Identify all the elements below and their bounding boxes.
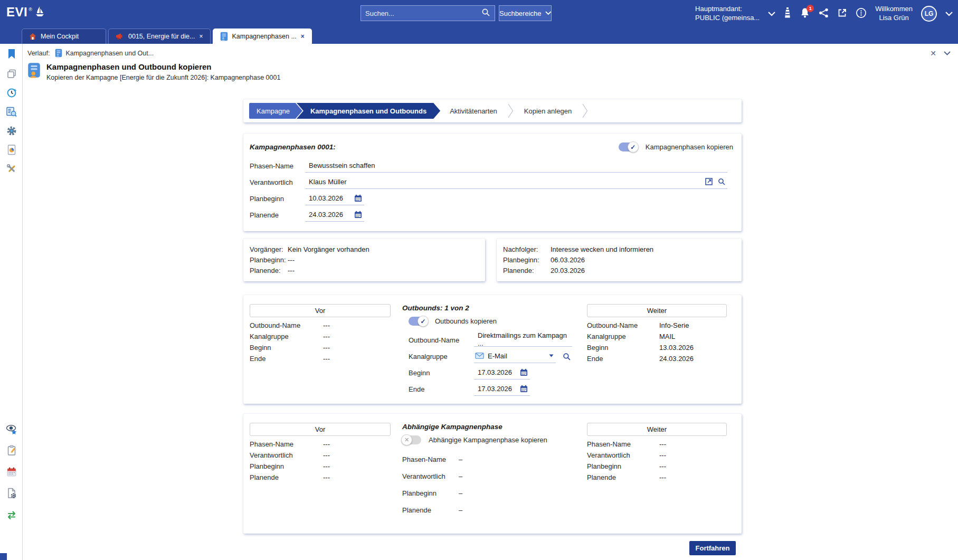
history-item[interactable]: Kampagnenphasen und Out...	[55, 49, 154, 58]
eye-star-icon[interactable]	[0, 424, 23, 435]
phase-name-row: Phasen-Name Bewusstsein schaffen	[250, 158, 733, 174]
outbounds-copy-toggle[interactable]: ✓	[409, 317, 428, 326]
chart-document-icon[interactable]	[0, 145, 23, 155]
dependent-copy-toggle[interactable]: ✕	[402, 435, 421, 444]
calendar-icon[interactable]	[0, 467, 23, 477]
field-value: 17.03.2026	[478, 385, 512, 393]
clipboard-edit-icon[interactable]	[0, 445, 23, 456]
continue-button[interactable]: Fortfahren	[689, 541, 736, 555]
plan-begin-row: Planbeginn 10.03.2026	[250, 191, 733, 207]
row-value: ---	[323, 333, 330, 340]
chevron-down-icon[interactable]	[945, 12, 953, 16]
previous-phase-button[interactable]: Vor	[250, 423, 391, 436]
email-icon	[475, 352, 484, 359]
mandant-selector[interactable]: Hauptmandant: PUBLIC (gemeinsa...	[695, 5, 760, 23]
sync-icon[interactable]	[0, 510, 23, 520]
notifications-bell[interactable]: 1	[800, 7, 810, 21]
dependent-phase-form: Abhängige Kampagnenphase ✕ Abhängige Kam…	[391, 423, 587, 534]
welcome-label: Willkommen	[875, 5, 913, 14]
search-icon[interactable]	[563, 353, 571, 360]
close-icon[interactable]: ✕	[930, 49, 936, 58]
step-kampagnenphasen-outbounds[interactable]: Kampagnenphasen und Outbounds	[297, 103, 440, 119]
chevron-down-icon[interactable]	[944, 51, 951, 55]
tools-icon[interactable]	[0, 164, 23, 174]
step-kampagne[interactable]: Kampagne	[249, 103, 302, 119]
row-label: Planende:	[250, 267, 288, 274]
close-icon[interactable]: ×	[301, 33, 305, 40]
field-label: Planende	[402, 506, 459, 514]
copy-icon[interactable]	[0, 69, 23, 79]
row-value: ---	[323, 440, 330, 448]
next-phase-button[interactable]: Weiter	[587, 423, 727, 436]
share-icon[interactable]	[819, 8, 829, 20]
field-value: Direktmailings zum Kampagn ...	[478, 331, 570, 347]
row-value: 20.03.2026	[551, 267, 585, 274]
tab-mein-cockpit[interactable]: Mein Cockpit	[22, 29, 106, 44]
outbound-name-input[interactable]: Direktmailings zum Kampagn ...	[474, 334, 572, 347]
end-row: Ende 17.03.2026	[409, 381, 587, 397]
predecessor-row: Planende:---	[250, 265, 479, 276]
dependent-toggle-label: Abhängige Kampagnenphase kopieren	[429, 436, 547, 444]
page-header: Kampagnenphasen und Outbound kopieren Ko…	[27, 62, 280, 81]
corner-strip	[0, 553, 7, 560]
search-input[interactable]	[365, 10, 481, 17]
report-search-icon[interactable]	[0, 107, 23, 117]
plan-begin-input[interactable]: 10.03.2026	[305, 193, 364, 205]
more-options-icon[interactable]	[856, 7, 867, 21]
bookmark-icon[interactable]	[0, 49, 23, 59]
calendar-picker-icon[interactable]	[354, 194, 362, 202]
previous-outbound-button[interactable]: Vor	[250, 304, 391, 317]
tab-label: Kampagnenphasen ...	[232, 33, 297, 40]
chevron-down-icon[interactable]	[768, 12, 775, 16]
caret-down-icon	[549, 354, 554, 357]
row-value: ---	[659, 451, 666, 459]
row-label: Outbound-Name	[250, 321, 323, 329]
field-value: –	[459, 472, 462, 480]
tab-kampagnenphasen[interactable]: Kampagnenphasen ... ×	[213, 29, 312, 44]
open-new-window-icon[interactable]	[837, 8, 847, 20]
wizard-content: Kampagne Kampagnenphasen und Outbounds A…	[243, 99, 742, 534]
phase-card: Kampagnenphasen 0001: ✓ Kampagnenphasen …	[243, 134, 742, 231]
history-item-label: Kampagnenphasen und Out...	[65, 50, 154, 57]
tab-kampagne-0015[interactable]: 0015, Energie für die... ×	[108, 29, 211, 44]
field-label: Verantwortlich	[402, 472, 459, 480]
calendar-picker-icon[interactable]	[354, 211, 362, 219]
phase-copy-toggle[interactable]: ✓	[619, 143, 638, 151]
field-label: Kanalgruppe	[409, 353, 474, 360]
search-icon[interactable]	[718, 178, 725, 185]
search-scope-dropdown[interactable]: Suchbereiche	[499, 5, 552, 21]
global-search	[361, 5, 495, 21]
person-card-icon	[55, 49, 62, 58]
field-label: Beginn	[409, 369, 474, 377]
begin-input[interactable]: 17.03.2026	[474, 367, 530, 379]
row-label: Phasen-Name	[250, 440, 323, 448]
calendar-picker-icon[interactable]	[520, 385, 528, 393]
responsible-input[interactable]: Klaus Müller	[305, 176, 727, 189]
close-icon[interactable]: ×	[199, 33, 203, 40]
successor-card: Nachfolger:Interesse wecken und informie…	[497, 239, 742, 281]
plan-end-input[interactable]: 24.03.2026	[305, 209, 364, 222]
phase-name-input[interactable]: Bewusstsein schaffen	[305, 160, 727, 173]
row-value: ---	[288, 256, 295, 264]
end-input[interactable]: 17.03.2026	[474, 383, 530, 396]
person-card-icon	[27, 62, 41, 78]
panel-controls: ✕	[930, 49, 951, 58]
field-label: Outbound-Name	[409, 336, 474, 344]
step-kopien-anlegen[interactable]: Kopien anlegen	[515, 103, 581, 119]
search-icon[interactable]	[481, 8, 490, 19]
row-label: Beginn	[250, 344, 323, 352]
open-record-icon[interactable]	[705, 178, 713, 185]
calendar-picker-icon[interactable]	[520, 368, 528, 376]
row-label: Planbeginn	[587, 462, 659, 470]
document-settings-icon[interactable]	[0, 488, 23, 499]
step-aktivitaetenarten[interactable]: Aktivitätenarten	[440, 103, 507, 119]
person-card-icon	[220, 32, 228, 41]
lighthouse-icon[interactable]	[784, 7, 791, 21]
next-outbound-button[interactable]: Weiter	[587, 304, 727, 317]
settings-run-icon[interactable]	[0, 126, 23, 136]
field-label: Planbeginn	[402, 489, 459, 497]
avatar[interactable]: LG	[921, 6, 937, 22]
history-icon[interactable]	[0, 88, 23, 98]
channel-group-select[interactable]: E-Mail	[474, 350, 556, 363]
dependent-previous-panel: Vor Phasen-Name--- Verantwortlich--- Pla…	[250, 423, 391, 534]
